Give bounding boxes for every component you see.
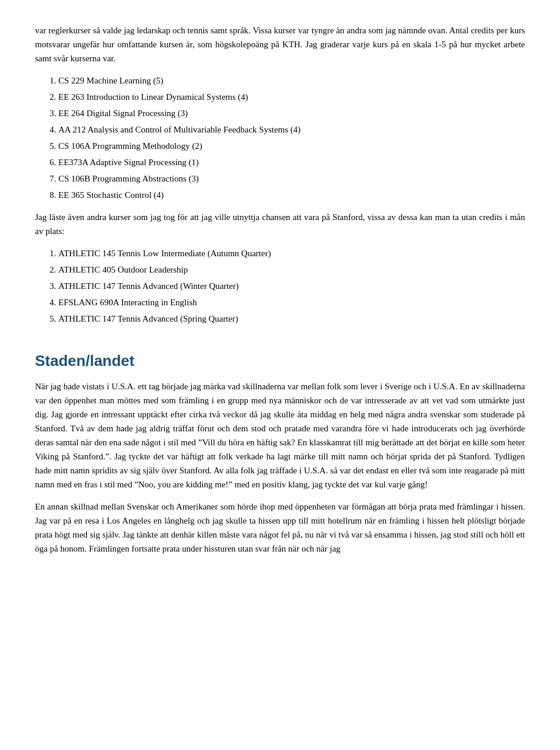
list-item: ATHLETIC 145 Tennis Low Intermediate (Au… xyxy=(58,246,525,260)
list-item: EE 365 Stochastic Control (4) xyxy=(58,188,525,202)
list-item: ATHLETIC 405 Outdoor Leadership xyxy=(58,263,525,277)
list-item: ATHLETIC 147 Tennis Advanced (Spring Qua… xyxy=(58,312,525,326)
list-item: CS 106A Programming Methodology (2) xyxy=(58,139,525,153)
paragraph-3: När jag hade vistats i U.S.A. ett tag bö… xyxy=(35,379,525,491)
extra-course-list: ATHLETIC 145 Tennis Low Intermediate (Au… xyxy=(58,246,525,326)
list-item: CS 229 Machine Learning (5) xyxy=(58,74,525,88)
section-heading-staden: Staden/landet xyxy=(35,349,525,374)
paragraph-4: En annan skillnad mellan Svenskar och Am… xyxy=(35,500,525,556)
paragraph-2: Jag läste även andra kurser som jag tog … xyxy=(35,210,525,238)
list-item: ATHLETIC 147 Tennis Advanced (Winter Qua… xyxy=(58,279,525,293)
paragraph-1: var reglerkurser så valde jag ledarskap … xyxy=(35,23,525,65)
list-item: EE 264 Digital Signal Processing (3) xyxy=(58,106,525,120)
list-item: EE 263 Introduction to Linear Dynamical … xyxy=(58,90,525,104)
list-item: EFSLANG 690A Interacting in English xyxy=(58,295,525,309)
list-item: EE373A Adaptive Signal Processing (1) xyxy=(58,155,525,169)
list-item: CS 106B Programming Abstractions (3) xyxy=(58,172,525,186)
course-list-1: CS 229 Machine Learning (5) EE 263 Intro… xyxy=(58,74,525,202)
list-item: AA 212 Analysis and Control of Multivari… xyxy=(58,123,525,137)
